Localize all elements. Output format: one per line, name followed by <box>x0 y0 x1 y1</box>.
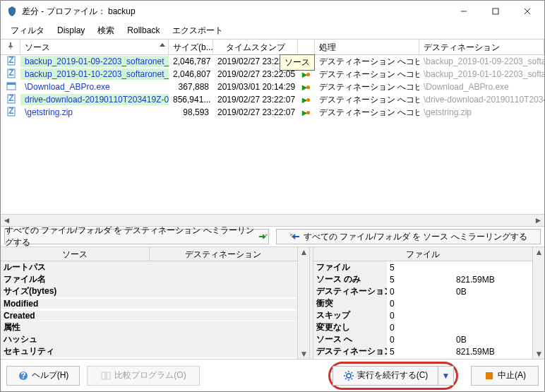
menu-export[interactable]: エクスポート <box>167 23 229 38</box>
col-size[interactable]: サイズ(b... <box>169 40 213 54</box>
cell-action: デスティネーション へコピー <box>315 106 419 119</box>
close-button[interactable] <box>511 1 543 21</box>
compare-icon <box>100 370 112 381</box>
help-button[interactable]: ? ヘルプ(H) <box>6 366 80 386</box>
svg-text:Z: Z <box>8 107 13 116</box>
col-source[interactable]: ソース <box>20 40 169 54</box>
scroll-up-icon[interactable]: ▲ <box>298 247 310 257</box>
scroll-down-icon[interactable]: ▼ <box>533 349 545 359</box>
cell-source: \Download_ABPro.exe <box>20 81 169 93</box>
col-action[interactable]: 処理 <box>315 40 419 54</box>
mirror-buttons-row: すべての ファイル/フォルダ を デスティネーション へミラーリングする すべて… <box>1 226 544 247</box>
stats-count: 0 <box>387 323 453 333</box>
scroll-down-icon[interactable]: ▼ <box>298 349 310 359</box>
col-timestamp[interactable]: タイムスタンプ <box>213 40 298 54</box>
info-panels: ソース デスティネーション ルートパスファイル名サイズ(bytes)Modifi… <box>1 247 544 359</box>
detail-row: ルートパス <box>1 261 297 273</box>
sort-asc-icon <box>160 43 165 47</box>
stats-count: 5 <box>387 263 453 273</box>
detail-row: サイズ(bytes) <box>1 285 297 297</box>
table-header: ソース サイズ(b... タイムスタンプ 処理 デスティネーション <box>1 40 544 55</box>
stats-row: ソース のみ5821.59MB <box>313 273 532 285</box>
mirror-to-source-button[interactable]: すべての ファイル/フォルダ を ソース へミラーリングする <box>276 229 541 244</box>
cell-indicator: ▸● <box>298 81 315 93</box>
stop-label: 中止(A) <box>498 369 526 381</box>
detail-label: サイズ(bytes) <box>1 285 297 297</box>
minimize-button[interactable] <box>448 1 479 21</box>
table-row[interactable]: Zbackup_2019-01-10-2203_softaronet_42,04… <box>1 68 544 81</box>
detail-header-source[interactable]: ソース <box>1 247 150 261</box>
col-dest[interactable]: デスティネーション <box>419 40 544 54</box>
mirror-right-icon <box>258 231 268 242</box>
detail-panel: ソース デスティネーション ルートパスファイル名サイズ(bytes)Modifi… <box>1 247 297 359</box>
cell-source: backup_2019-01-10-2203_softaronet_4 <box>20 69 169 80</box>
stats-size: 0B <box>453 287 532 297</box>
row-icons: Z <box>1 93 20 107</box>
execute-button[interactable]: 実行を続行する(C) <box>333 366 438 386</box>
menu-rollback[interactable]: Rollback <box>121 24 165 37</box>
stats-label: 変更なし <box>313 321 387 333</box>
detail-row: Modified <box>1 297 297 309</box>
cell-indicator: ▸● <box>298 106 315 119</box>
detail-row: ファイル名 <box>1 273 297 285</box>
scroll-right-icon[interactable]: ► <box>532 215 544 226</box>
stats-scrollbar[interactable]: ▲ ▼ <box>532 247 544 359</box>
stats-header[interactable]: ファイル <box>313 247 532 261</box>
file-icon: Z <box>6 56 16 68</box>
file-icon: Z <box>6 107 16 119</box>
cell-action: デスティネーション へコピー <box>315 55 419 69</box>
col-pin[interactable] <box>1 40 20 54</box>
stats-size: 821.59MB <box>453 275 532 285</box>
table-row[interactable]: Z\getstring.zip98,5932019/02/27 23:22:07… <box>1 106 544 119</box>
execute-dropdown[interactable]: ▼ <box>438 366 454 386</box>
stats-count: 5 <box>387 275 453 285</box>
detail-header-dest[interactable]: デスティネーション <box>150 247 298 261</box>
menu-display[interactable]: Display <box>52 24 90 37</box>
stats-label: スキップ <box>313 309 387 321</box>
pin-icon <box>5 70 6 78</box>
scroll-up-icon[interactable]: ▲ <box>533 247 545 257</box>
menu-filter[interactable]: フィルタ <box>5 23 50 38</box>
stats-row: ソース へ00B <box>313 333 532 345</box>
cell-source: drive-download-20190110T203419Z-00 <box>20 94 169 105</box>
table-row[interactable]: Zbackup_2019-01-09-2203_softaronet_e2,04… <box>1 55 544 68</box>
svg-text:Z: Z <box>8 69 13 78</box>
pin-icon <box>5 83 6 91</box>
pin-icon <box>5 57 6 66</box>
menu-search[interactable]: 検索 <box>92 23 120 38</box>
stop-button[interactable]: 中止(A) <box>471 366 539 386</box>
mirror-to-dest-button[interactable]: すべての ファイル/フォルダ を デスティネーション へミラーリングする <box>4 229 269 244</box>
file-icon: Z <box>6 94 16 106</box>
table-row[interactable]: \Download_ABPro.exe367,8882019/03/01 20:… <box>1 81 544 93</box>
detail-label: 属性 <box>1 321 297 333</box>
detail-scrollbar[interactable]: ▲ ▼ <box>297 247 309 359</box>
detail-label: ルートパス <box>1 261 297 273</box>
cell-source: \getstring.zip <box>20 107 169 118</box>
svg-line-36 <box>351 372 352 374</box>
cell-size: 98,593 <box>169 107 213 118</box>
stats-row: 衝突0 <box>313 297 532 309</box>
table-body[interactable]: Zbackup_2019-01-09-2203_softaronet_e2,04… <box>1 55 544 214</box>
cell-dest: \backup_2019-01-09-2203_softaronet_e <box>419 56 544 67</box>
execute-label: 実行を続行する(C) <box>357 369 429 381</box>
detail-row: セキュリティ <box>1 345 297 357</box>
cell-dest: \backup_2019-01-10-2203_softaronet_4 <box>419 69 544 80</box>
cell-size: 2,046,807 <box>169 69 213 80</box>
mirror-left-icon <box>289 231 301 242</box>
cell-timestamp: 2019/02/27 23:22:07 <box>213 94 298 105</box>
help-label: ヘルプ(H) <box>32 369 69 381</box>
file-icon: Z <box>6 69 16 81</box>
stats-label: ソース のみ <box>313 273 387 285</box>
svg-line-34 <box>351 378 352 379</box>
cell-timestamp: 2019/03/01 20:14:29 <box>213 81 298 93</box>
maximize-button[interactable] <box>479 1 511 21</box>
stats-label: 衝突 <box>313 297 387 309</box>
table-row[interactable]: Zdrive-download-20190110T203419Z-00856,9… <box>1 93 544 106</box>
svg-text:Z: Z <box>8 94 13 103</box>
tooltip: ソース <box>280 54 315 71</box>
row-icons: Z <box>1 106 20 119</box>
cell-action: デスティネーション へコピー <box>315 93 419 107</box>
col-action-indicator[interactable] <box>298 40 315 54</box>
stats-row: ファイル5 <box>313 261 532 273</box>
help-icon: ? <box>18 370 29 381</box>
